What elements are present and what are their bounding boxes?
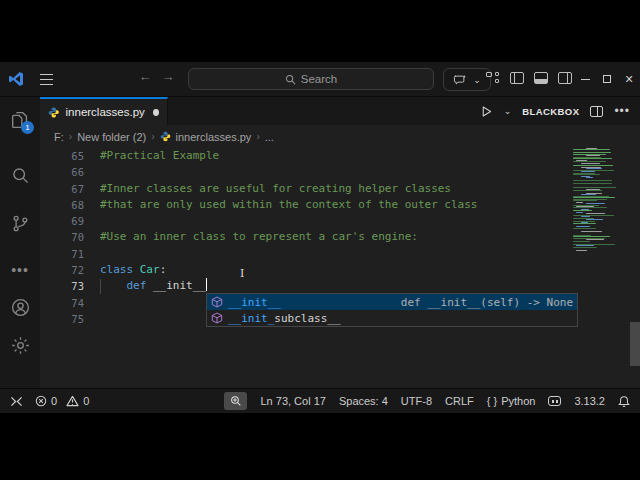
maximize-button[interactable] (596, 62, 618, 96)
screencast-zoom-indicator[interactable] (224, 392, 247, 410)
remote-indicator[interactable] (10, 396, 23, 407)
code-text (84, 164, 100, 180)
line-number[interactable]: 70 (40, 229, 84, 245)
method-icon (211, 312, 223, 324)
back-arrow-icon[interactable]: ← (136, 69, 154, 84)
errors-icon (35, 395, 47, 407)
notifications-bell-icon[interactable] (618, 395, 630, 408)
toggle-secondary-sidebar-icon[interactable] (558, 72, 572, 84)
language-label: Python (501, 395, 535, 407)
brackets-icon: { } (487, 395, 497, 407)
zoom-in-icon (230, 395, 242, 407)
menu-icon[interactable] (40, 74, 53, 85)
copilot-chat-icon (453, 74, 467, 86)
accounts-icon[interactable] (0, 289, 40, 327)
breadcrumb-file[interactable]: innerclasses.py (176, 131, 252, 143)
command-center-search[interactable]: Search (188, 68, 434, 90)
code-text: class Car: (84, 262, 166, 278)
breadcrumb: F: › New folder (2) › innerclasses.py › … (40, 125, 640, 148)
code-text: def __init__ (84, 278, 207, 294)
code-text: #Inner classes are useful for creating h… (84, 181, 451, 197)
run-chevron-icon[interactable]: ⌄ (504, 106, 512, 116)
python-interpreter[interactable]: 3.13.2 (574, 395, 605, 407)
code-line: 68#that are only used within the context… (40, 197, 640, 213)
indent-guide (100, 279, 101, 293)
breadcrumb-symbol[interactable]: ... (265, 131, 274, 143)
vertical-scrollbar[interactable] (630, 322, 640, 366)
settings-gear-icon[interactable] (0, 327, 40, 365)
activity-bar: 1 ••• (0, 97, 40, 388)
code-text (84, 295, 100, 311)
error-count: 0 (51, 395, 57, 407)
code-text: #Practical Example (84, 148, 219, 164)
explorer-badge: 1 (21, 121, 34, 134)
additional-views-icon[interactable]: ••• (0, 252, 40, 290)
breadcrumb-drive[interactable]: F: (54, 131, 64, 143)
search-placeholder: Search (301, 73, 337, 85)
code-line: 72class Car: (40, 262, 640, 278)
remote-icon (10, 396, 23, 407)
line-number[interactable]: 66 (40, 164, 84, 180)
method-icon (211, 296, 223, 308)
explorer-icon[interactable]: 1 (0, 101, 40, 139)
toggle-panel-icon[interactable] (534, 72, 548, 84)
line-number[interactable]: 69 (40, 213, 84, 229)
close-button[interactable]: ✕ (618, 62, 640, 96)
copilot-icon[interactable] (548, 396, 561, 406)
problems-indicator[interactable]: 0 0 (35, 395, 89, 407)
search-view-icon[interactable] (0, 157, 40, 195)
customize-layout-icon[interactable] (486, 72, 500, 84)
suggest-detail: def __init__(self) -> None (401, 296, 573, 309)
minimap[interactable] (572, 148, 618, 258)
code-text: #that are only used within the context o… (84, 197, 478, 213)
copilot-menu-button[interactable]: ⌄ (443, 68, 491, 91)
warning-count: 0 (83, 395, 89, 407)
video-frame: ← → Search ⌄ ✕ 1 (0, 0, 640, 480)
tab-innerclasses[interactable]: innerclasses.py (40, 97, 168, 125)
indentation[interactable]: Spaces: 4 (339, 395, 388, 407)
suggest-widget: __init__def __init__(self) -> None__init… (206, 293, 578, 327)
run-button[interactable] (480, 105, 493, 118)
line-number[interactable]: 72 (40, 262, 84, 278)
status-bar: 0 0 Ln 73, Col 17 Spaces: 4 UTF-8 CRLF {… (0, 388, 640, 413)
line-number[interactable]: 68 (40, 197, 84, 213)
code-editor[interactable]: 65#Practical Example6667#Inner classes a… (40, 148, 640, 388)
editor-more-actions-icon[interactable]: ••• (614, 104, 630, 118)
code-line: 66 (40, 164, 640, 180)
editor-group: innerclasses.py ⌄ BLACKBOX ••• F: › New … (40, 97, 640, 388)
line-number[interactable]: 74 (40, 295, 84, 311)
search-icon (285, 74, 296, 85)
breadcrumb-separator: › (69, 131, 72, 142)
source-control-icon[interactable] (0, 205, 40, 243)
minimize-button[interactable] (574, 62, 596, 96)
code-text: #Use an inner class to represent a car's… (84, 229, 418, 245)
code-line: 65#Practical Example (40, 148, 640, 164)
code-text (84, 311, 100, 327)
python-file-icon (160, 131, 171, 142)
blackbox-button[interactable]: BLACKBOX (522, 106, 579, 117)
forward-arrow-icon[interactable]: → (159, 69, 177, 84)
breadcrumb-folder[interactable]: New folder (2) (77, 131, 146, 143)
vscode-logo-icon (8, 71, 24, 91)
encoding[interactable]: UTF-8 (401, 395, 432, 407)
code-text (84, 213, 100, 229)
line-number[interactable]: 75 (40, 311, 84, 327)
cursor-position[interactable]: Ln 73, Col 17 (260, 395, 325, 407)
modified-dot-icon[interactable] (153, 109, 159, 116)
line-number[interactable]: 71 (40, 246, 84, 262)
line-number[interactable]: 67 (40, 181, 84, 197)
eol-sequence[interactable]: CRLF (445, 395, 474, 407)
suggest-item[interactable]: __init_subclass__ (207, 310, 577, 326)
line-number[interactable]: 65 (40, 148, 84, 164)
breadcrumb-separator: › (256, 131, 259, 142)
code-line: 69 (40, 213, 640, 229)
vscode-window: ← → Search ⌄ ✕ 1 (0, 62, 640, 413)
language-mode[interactable]: { } Python (487, 395, 536, 407)
toggle-sidebar-icon[interactable] (510, 72, 524, 84)
title-bar: ← → Search ⌄ ✕ (0, 62, 640, 97)
split-editor-icon[interactable] (590, 106, 603, 117)
suggest-label: __init_subclass__ (228, 312, 341, 325)
suggest-item[interactable]: __init__def __init__(self) -> None (207, 294, 577, 310)
tab-label: innerclasses.py (66, 106, 145, 118)
line-number[interactable]: 73 (40, 278, 84, 294)
